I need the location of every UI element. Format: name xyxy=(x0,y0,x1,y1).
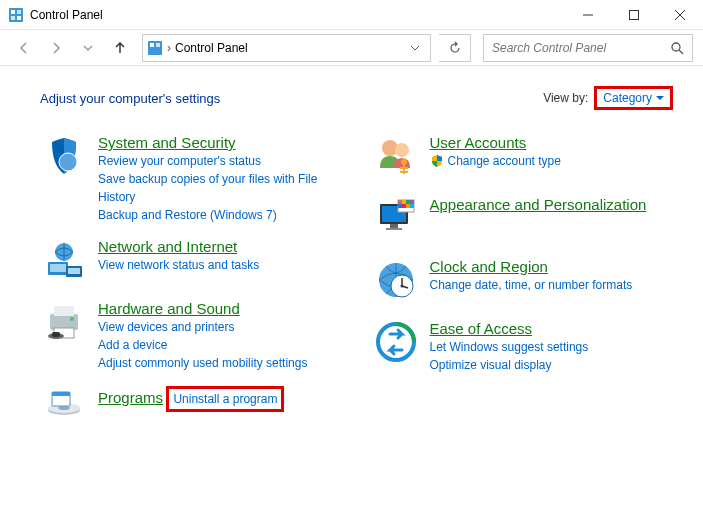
link-devices-printers[interactable]: View devices and printers xyxy=(98,318,342,336)
category-appearance: Appearance and Personalization xyxy=(372,196,674,244)
svg-rect-37 xyxy=(386,228,402,230)
svg-point-23 xyxy=(70,317,74,321)
svg-line-13 xyxy=(679,50,683,54)
link-uninstall-program[interactable]: Uninstall a program xyxy=(173,390,277,408)
svg-point-33 xyxy=(401,159,407,165)
svg-rect-36 xyxy=(390,224,398,228)
window-title: Control Panel xyxy=(30,8,103,22)
svg-rect-21 xyxy=(54,306,74,316)
category-title-appearance[interactable]: Appearance and Personalization xyxy=(430,196,647,213)
shield-icon xyxy=(40,134,88,182)
window-controls xyxy=(565,0,703,30)
svg-rect-3 xyxy=(11,16,15,20)
right-column: User Accounts Change account type Appear… xyxy=(372,134,674,448)
link-change-account-type[interactable]: Change account type xyxy=(448,152,561,170)
search-icon[interactable] xyxy=(670,41,684,55)
recent-locations-button[interactable] xyxy=(74,34,102,62)
content-header: Adjust your computer's settings View by:… xyxy=(40,86,673,110)
link-review-status[interactable]: Review your computer's status xyxy=(98,152,342,170)
view-by-selector[interactable]: Category xyxy=(594,86,673,110)
svg-rect-25 xyxy=(52,332,60,337)
programs-icon xyxy=(40,386,88,434)
category-ease-of-access: Ease of Access Let Windows suggest setti… xyxy=(372,320,674,374)
category-programs: Programs Uninstall a program xyxy=(40,386,342,434)
link-suggest-settings[interactable]: Let Windows suggest settings xyxy=(430,338,674,356)
control-panel-icon xyxy=(8,7,24,23)
svg-rect-2 xyxy=(17,10,21,14)
forward-button[interactable] xyxy=(42,34,70,62)
svg-rect-19 xyxy=(68,268,80,274)
svg-point-32 xyxy=(395,143,409,157)
svg-rect-10 xyxy=(150,43,154,47)
svg-point-12 xyxy=(672,43,680,51)
category-title-ease-of-access[interactable]: Ease of Access xyxy=(430,320,533,337)
control-panel-crumb-icon xyxy=(147,40,163,56)
address-bar[interactable]: › Control Panel xyxy=(142,34,431,62)
ease-of-access-icon xyxy=(372,320,420,368)
highlight-uninstall: Uninstall a program xyxy=(166,386,284,412)
left-column: System and Security Review your computer… xyxy=(40,134,342,448)
category-title-clock[interactable]: Clock and Region xyxy=(430,258,548,275)
svg-rect-41 xyxy=(406,200,410,204)
view-by-label: View by: xyxy=(543,91,588,105)
title-bar: Control Panel xyxy=(0,0,703,30)
refresh-button[interactable] xyxy=(439,34,471,62)
content-area: Adjust your computer's settings View by:… xyxy=(0,66,703,468)
svg-rect-1 xyxy=(11,10,15,14)
svg-rect-4 xyxy=(17,16,21,20)
uac-shield-icon xyxy=(430,154,444,168)
printer-icon xyxy=(40,300,88,348)
category-columns: System and Security Review your computer… xyxy=(40,134,673,448)
category-user-accounts: User Accounts Change account type xyxy=(372,134,674,182)
link-file-history[interactable]: Save backup copies of your files with Fi… xyxy=(98,170,342,206)
link-add-device[interactable]: Add a device xyxy=(98,336,342,354)
svg-rect-40 xyxy=(402,200,406,204)
svg-point-51 xyxy=(400,285,403,288)
page-title: Adjust your computer's settings xyxy=(40,91,220,106)
users-icon xyxy=(372,134,420,182)
svg-rect-17 xyxy=(50,264,66,272)
minimize-button[interactable] xyxy=(565,0,611,30)
link-mobility-settings[interactable]: Adjust commonly used mobility settings xyxy=(98,354,342,372)
svg-rect-46 xyxy=(410,204,414,208)
svg-rect-6 xyxy=(630,10,639,19)
category-hardware: Hardware and Sound View devices and prin… xyxy=(40,300,342,372)
category-title-user-accounts[interactable]: User Accounts xyxy=(430,134,527,151)
category-title-system-security[interactable]: System and Security xyxy=(98,134,236,151)
address-dropdown-button[interactable] xyxy=(404,43,426,53)
svg-rect-42 xyxy=(410,200,414,204)
category-network: Network and Internet View network status… xyxy=(40,238,342,286)
back-button[interactable] xyxy=(10,34,38,62)
link-optimize-display[interactable]: Optimize visual display xyxy=(430,356,674,374)
category-clock: Clock and Region Change date, time, or n… xyxy=(372,258,674,306)
search-input[interactable] xyxy=(492,41,670,55)
link-network-status[interactable]: View network status and tasks xyxy=(98,256,342,274)
link-change-date-formats[interactable]: Change date, time, or number formats xyxy=(430,276,674,294)
clock-icon xyxy=(372,258,420,306)
view-by-control: View by: Category xyxy=(543,86,673,110)
svg-rect-39 xyxy=(398,200,402,204)
close-button[interactable] xyxy=(657,0,703,30)
network-icon xyxy=(40,238,88,286)
view-by-value: Category xyxy=(603,91,652,105)
maximize-button[interactable] xyxy=(611,0,657,30)
category-title-network[interactable]: Network and Internet xyxy=(98,238,237,255)
svg-rect-30 xyxy=(52,392,70,396)
chevron-right-icon[interactable]: › xyxy=(167,41,171,55)
svg-rect-11 xyxy=(156,43,160,47)
nav-bar: › Control Panel xyxy=(0,30,703,66)
svg-point-28 xyxy=(58,406,70,410)
appearance-icon xyxy=(372,196,420,244)
category-system-security: System and Security Review your computer… xyxy=(40,134,342,224)
link-backup-restore[interactable]: Backup and Restore (Windows 7) xyxy=(98,206,342,224)
breadcrumb[interactable]: Control Panel xyxy=(175,41,248,55)
svg-rect-45 xyxy=(406,204,410,208)
category-title-hardware[interactable]: Hardware and Sound xyxy=(98,300,240,317)
svg-rect-44 xyxy=(402,204,406,208)
svg-rect-43 xyxy=(398,204,402,208)
chevron-down-icon xyxy=(656,94,664,102)
svg-point-14 xyxy=(59,153,77,171)
search-box[interactable] xyxy=(483,34,693,62)
up-button[interactable] xyxy=(106,34,134,62)
category-title-programs[interactable]: Programs xyxy=(98,389,163,406)
